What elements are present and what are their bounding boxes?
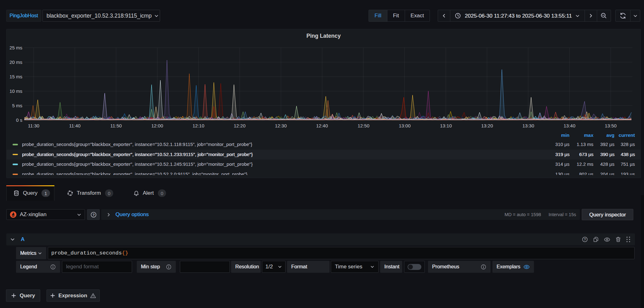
- svg-text:?: ?: [92, 213, 95, 216]
- svg-text:?: ?: [584, 238, 586, 241]
